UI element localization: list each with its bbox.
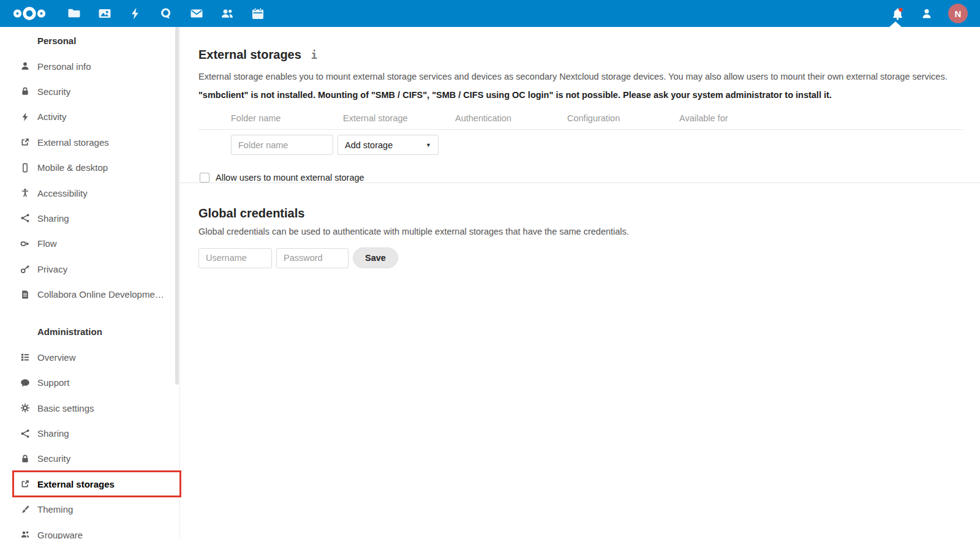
sidebar-item-label: Security: [37, 453, 70, 464]
column-header-available-for: Available for: [679, 113, 791, 123]
sidebar-item-sharing[interactable]: Sharing: [0, 206, 179, 231]
topbar-right: N: [889, 0, 980, 27]
password-field[interactable]: [276, 248, 349, 268]
sidebar-item-groupware[interactable]: Groupware: [0, 522, 179, 539]
sidebar-item-label: Overview: [37, 352, 76, 363]
sidebar-item-activity[interactable]: Activity: [0, 104, 179, 129]
chevron-down-icon: ▼: [426, 142, 431, 148]
sidebar-item-theming[interactable]: Theming: [0, 497, 179, 522]
external-link-icon: [20, 137, 30, 147]
column-header-folder-name: Folder name: [231, 113, 343, 123]
topbar: N: [0, 0, 980, 27]
sidebar-scrollbar[interactable]: [175, 27, 179, 385]
sidebar-item-personal-info[interactable]: Personal info: [0, 53, 179, 78]
section-divider: [180, 183, 980, 183]
settings-menu-caret: [889, 21, 902, 27]
photos-icon[interactable]: [89, 0, 120, 27]
new-storage-row: Add storage ▼: [198, 130, 963, 160]
lock-icon: [20, 86, 30, 96]
contacts-icon[interactable]: [212, 0, 243, 27]
sidebar-item-overview[interactable]: Overview: [0, 345, 179, 370]
info-icon[interactable]: i: [311, 49, 317, 61]
sidebar-item-label: Basic settings: [37, 403, 94, 413]
accessibility-icon: [20, 188, 30, 198]
sidebar-item-security[interactable]: Security: [0, 79, 179, 104]
allow-mount-row: Allow users to mount external storage: [198, 173, 962, 183]
app-icon-bar: [59, 0, 273, 27]
page-title-text: External storages: [198, 48, 301, 62]
main-content: External storages i External storage ena…: [180, 27, 980, 539]
sidebar-item-basic-settings[interactable]: Basic settings: [0, 395, 179, 420]
user-icon: [20, 61, 30, 71]
sidebar-item-security[interactable]: Security: [0, 446, 179, 471]
sidebar-item-label: Mobile & desktop: [37, 162, 108, 173]
column-header-external-storage: External storage: [343, 113, 455, 123]
sidebar-item-label: Flow: [37, 238, 57, 249]
allow-mount-label[interactable]: Allow users to mount external storage: [216, 173, 364, 183]
sidebar-item-accessibility[interactable]: Accessibility: [0, 180, 179, 205]
sidebar-item-label: Support: [37, 377, 70, 388]
sidebar-item-support[interactable]: Support: [0, 370, 179, 395]
sidebar-item-mobile-desktop[interactable]: Mobile & desktop: [0, 155, 179, 180]
gear-icon: [20, 403, 30, 413]
sidebar-item-label: Privacy: [37, 264, 67, 274]
key-icon: [20, 264, 30, 274]
external-storage-description: External storage enables you to mount ex…: [198, 72, 962, 81]
sidebar-item-label: Groupware: [37, 530, 83, 539]
brush-icon: [20, 505, 30, 514]
sidebar-item-label: Sharing: [37, 213, 69, 224]
global-credentials-description: Global credentials can be used to authen…: [198, 227, 962, 236]
add-storage-select[interactable]: Add storage ▼: [337, 135, 439, 155]
sidebar-item-label: Personal info: [37, 61, 91, 72]
lock-icon: [20, 454, 30, 464]
mail-icon[interactable]: [181, 0, 212, 27]
bolt-icon: [20, 112, 30, 122]
flow-icon: [20, 239, 30, 249]
share-icon: [20, 429, 30, 439]
table-header-row: Folder nameExternal storageAuthenticatio…: [198, 113, 963, 130]
sidebar-item-sharing[interactable]: Sharing: [0, 421, 179, 446]
username-field[interactable]: [198, 248, 272, 268]
sidebar-item-label: Security: [37, 86, 70, 97]
sidebar-item-collabora-online-development-edit[interactable]: Collabora Online Development Edit…: [0, 282, 179, 307]
talk-icon[interactable]: [151, 0, 181, 27]
files-icon[interactable]: [59, 0, 89, 27]
sidebar-item-external-storages[interactable]: External storages: [0, 472, 179, 497]
sidebar-item-label: Sharing: [37, 428, 69, 439]
add-storage-select-value: Add storage: [345, 140, 393, 150]
people-icon: [20, 530, 30, 539]
external-link-icon: [20, 479, 30, 489]
list-icon: [20, 352, 30, 362]
mobile-icon: [20, 163, 30, 173]
sidebar-item-flow[interactable]: Flow: [0, 231, 179, 256]
calendar-icon[interactable]: [243, 0, 273, 27]
nextcloud-logo[interactable]: [0, 6, 59, 21]
share-icon: [20, 213, 30, 223]
document-icon: [20, 290, 30, 300]
column-header-configuration: Configuration: [567, 113, 679, 123]
allow-mount-checkbox[interactable]: [200, 173, 209, 183]
smbclient-warning: "smbclient" is not installed. Mounting o…: [198, 90, 962, 100]
sidebar-item-label: External storages: [37, 137, 109, 148]
save-button[interactable]: Save: [353, 247, 398, 268]
chat-icon: [20, 378, 30, 388]
sidebar-section-header: Personal: [0, 28, 179, 53]
column-header-authentication: Authentication: [455, 113, 567, 123]
sidebar-item-label: Theming: [37, 504, 73, 514]
sidebar-item-label: Accessibility: [37, 188, 88, 198]
global-credentials-form: Save: [198, 247, 962, 268]
contacts-menu-icon[interactable]: [919, 0, 935, 27]
settings-sidebar: PersonalPersonal infoSecurityActivityExt…: [0, 27, 180, 539]
page-title: External storages i: [198, 48, 962, 62]
sidebar-item-label: Collabora Online Development Edit…: [37, 289, 169, 300]
sidebar-section-header: Administration: [0, 319, 179, 344]
sidebar-item-label: External storages: [37, 479, 115, 489]
sidebar-item-privacy[interactable]: Privacy: [0, 257, 179, 282]
table-header-gutter: [198, 113, 231, 123]
activity-icon[interactable]: [120, 0, 151, 27]
external-storages-table: Folder nameExternal storageAuthenticatio…: [198, 113, 963, 160]
user-avatar[interactable]: N: [948, 4, 968, 23]
sidebar-item-label: Activity: [37, 111, 67, 122]
folder-name-input[interactable]: [231, 135, 333, 155]
sidebar-item-external-storages[interactable]: External storages: [0, 130, 179, 155]
